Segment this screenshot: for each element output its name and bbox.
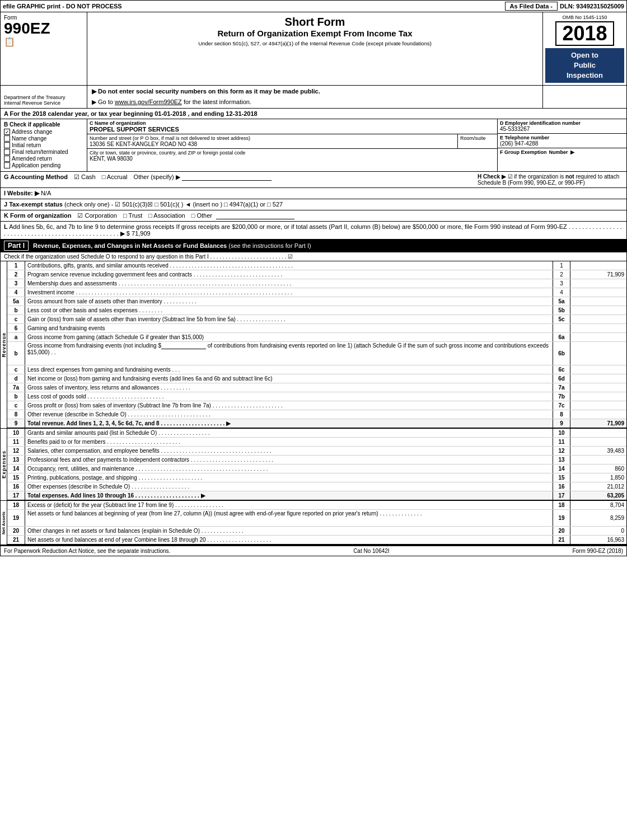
line-7a-text: Gross sales of inventory, less returns a… <box>25 383 553 392</box>
line-19-ref: 19 <box>553 510 570 526</box>
check-address-change[interactable]: Address change <box>4 129 83 135</box>
line-6-ref <box>553 324 570 332</box>
short-form-title: Short Form <box>90 16 540 29</box>
line-15-text: Printing, publications, postage, and shi… <box>25 473 553 482</box>
app-pending-label: Application pending <box>12 162 60 168</box>
irs-url[interactable]: www.irs.gov/Form990EZ <box>115 98 182 105</box>
line-2-text: Program service revenue including govern… <box>25 270 553 279</box>
room-suite-header: Room/suite <box>460 135 495 141</box>
line-3-ref: 3 <box>553 279 570 288</box>
line-11-ref: 11 <box>553 438 570 446</box>
line-8-amount <box>570 410 626 419</box>
line-16-num: 16 <box>7 482 25 491</box>
line-21-text: Net assets or fund balances at end of ye… <box>25 536 553 544</box>
address-change-checkbox[interactable] <box>4 129 10 135</box>
treasury-label: Internal Revenue Service <box>4 100 83 106</box>
line-13-num: 13 <box>7 456 25 464</box>
as-filed-badge: As Filed Data - <box>505 2 558 11</box>
line-7b-text: Less cost of goods sold . . . . . . . . … <box>25 392 553 401</box>
line-5c-ref: 5c <box>553 315 570 323</box>
line-1-ref: 1 <box>553 261 570 270</box>
department-label: Department of the Treasury <box>4 95 83 100</box>
line-7c-text: Gross profit or (loss) from sales of inv… <box>25 401 553 410</box>
other-option: Other (specify) ▶ <box>134 173 180 180</box>
line-18-num: 18 <box>7 501 25 509</box>
dln-label: DLN: 93492315025009 <box>560 3 624 10</box>
check-final-return[interactable]: Final return/terminated <box>4 149 83 155</box>
city-label: City or town, state or province, country… <box>90 150 495 156</box>
line-7c-num: c <box>7 401 25 410</box>
line-6-num: 6 <box>7 324 25 332</box>
line-14-ref: 14 <box>553 464 570 473</box>
line-10-num: 10 <box>7 429 25 437</box>
line-6d-ref: 6d <box>553 374 570 383</box>
line-13-amount <box>570 456 626 464</box>
name-change-checkbox[interactable] <box>4 135 10 142</box>
line-6b-amount <box>570 342 626 365</box>
street-address: 13036 SE KENT-KANGLEY ROAD NO 438 <box>90 141 455 147</box>
form-main-title: Return of Organization Exempt From Incom… <box>90 29 540 38</box>
i-label: I Website: ▶ <box>4 190 39 196</box>
line-4-text: Investment income . . . . . . . . . . . … <box>25 288 553 297</box>
line-5c-text: Gain or (loss) from sale of assets other… <box>25 315 553 323</box>
initial-return-checkbox[interactable] <box>4 142 10 148</box>
line-21-num: 21 <box>7 536 25 544</box>
line-2-num: 2 <box>7 270 25 279</box>
check-initial-return[interactable]: Initial return <box>4 142 83 148</box>
c-label: C Name of organization <box>90 120 495 126</box>
line-6d-amount <box>570 374 626 383</box>
k-trust[interactable]: □ Trust <box>123 212 142 219</box>
line-17-amount: 63,205 <box>570 491 626 500</box>
line-3-amount <box>570 279 626 288</box>
line-6d-text: Net income or (loss) from gaming and fun… <box>25 374 553 383</box>
line-6c-num: c <box>7 365 25 374</box>
line-18-text: Excess or (deficit) for the year (Subtra… <box>25 501 553 509</box>
line-2-amount: 71,909 <box>570 270 626 279</box>
line-12-text: Salaries, other compensation, and employ… <box>25 447 553 455</box>
line-19-num: 19 <box>7 510 25 526</box>
line-7b-num: b <box>7 392 25 401</box>
line-16-text: Other expenses (describe in Schedule O) … <box>25 482 553 491</box>
l-text: L Add lines 5b, 6c, and 7b to line 9 to … <box>4 223 622 237</box>
line-6a-amount <box>570 333 626 341</box>
line-6c-text: Less direct expenses from gaming and fun… <box>25 365 553 374</box>
check-amended-return[interactable]: Amended return <box>4 156 83 162</box>
year-badge: 2018 <box>555 21 614 46</box>
go-to: ▶ Go to www.irs.gov/Form990EZ for the la… <box>92 98 538 106</box>
line-15-ref: 15 <box>553 473 570 482</box>
line-4-amount <box>570 288 626 297</box>
line-4-num: 4 <box>7 288 25 297</box>
line-9-num: 9 <box>7 419 25 428</box>
form-number: 990EZ <box>4 21 83 36</box>
check-name-change[interactable]: Name change <box>4 135 83 142</box>
final-return-checkbox[interactable] <box>4 149 10 155</box>
accounting-section: G Accounting Method ☑ Cash □ Accrual Oth… <box>4 173 472 186</box>
line-10-ref: 10 <box>553 429 570 437</box>
ein-value: 45-5333267 <box>500 126 624 132</box>
g-label: G Accounting Method <box>4 173 68 180</box>
app-pending-checkbox[interactable] <box>4 162 10 168</box>
f-arrow: ▶ <box>570 149 574 155</box>
amended-return-label: Amended return <box>12 156 52 162</box>
form-under-text: Under section 501(c), 527, or 4947(a)(1)… <box>90 40 540 46</box>
line-18-ref: 18 <box>553 501 570 509</box>
k-other[interactable]: □ Other <box>191 212 212 219</box>
cash-option[interactable]: ☑ Cash <box>74 173 96 180</box>
accrual-option[interactable]: □ Accrual <box>102 173 128 180</box>
line-1-amount <box>570 261 626 270</box>
line-9-text: Total revenue. Add lines 1, 2, 3, 4, 5c … <box>25 419 553 428</box>
k-corporation[interactable]: ☑ Corporation <box>77 212 117 219</box>
expenses-side-label: Expenses <box>1 450 7 478</box>
org-name: PROPEL SUPPORT SERVICES <box>90 126 495 133</box>
line-5b-num: b <box>7 306 25 315</box>
k-label: K Form of organization <box>4 212 71 219</box>
line-1-num: 1 <box>7 261 25 270</box>
line-20-text: Other changes in net assets or fund bala… <box>25 527 553 535</box>
amended-return-checkbox[interactable] <box>4 156 10 162</box>
check-app-pending[interactable]: Application pending <box>4 162 83 168</box>
k-association[interactable]: □ Association <box>148 212 185 219</box>
line-12-num: 12 <box>7 447 25 455</box>
initial-return-label: Initial return <box>12 142 41 148</box>
f-label: F Group Exemption <box>500 149 547 155</box>
j-text: (check only one) - ☑ 501(c)(3)☒ □ 501(c)… <box>64 201 283 208</box>
